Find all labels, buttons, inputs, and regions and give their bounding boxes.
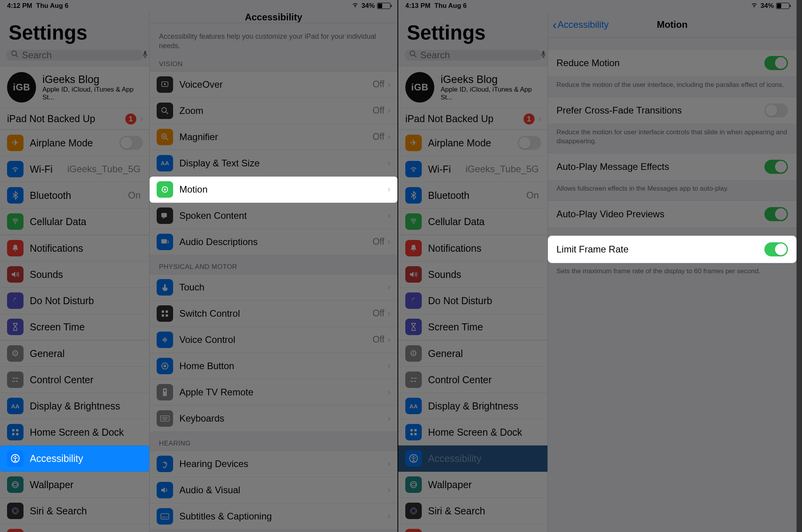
svg-point-13 xyxy=(14,456,16,457)
controlcenter-row[interactable]: Control Center xyxy=(398,367,547,393)
reduce-motion-label: Reduce Motion xyxy=(556,58,764,69)
svg-point-3 xyxy=(14,223,16,224)
dnd-row[interactable]: Do Not Disturb xyxy=(398,288,547,314)
voicecontrol-row[interactable]: Voice Control Off › xyxy=(150,327,397,353)
voiceover-icon xyxy=(157,76,173,93)
spoken-row[interactable]: Spoken Content › xyxy=(150,203,397,229)
status-battery-pct: 34% xyxy=(760,2,774,10)
displaytext-row[interactable]: AA Display & Text Size › xyxy=(150,150,397,177)
magnifier-row[interactable]: Magnifier Off › xyxy=(150,124,397,150)
crossfade-toggle[interactable] xyxy=(764,103,788,117)
msgfx-row[interactable]: Auto-Play Message Effects xyxy=(548,153,797,180)
profile-row[interactable]: iGB iGeeks Blog Apple ID, iCloud, iTunes… xyxy=(0,66,149,108)
airplane-mode-row[interactable]: ✈ Airplane Mode xyxy=(398,130,547,156)
cellular-row[interactable]: Cellular Data xyxy=(0,209,149,235)
homebutton-row[interactable]: Home Button › xyxy=(150,353,397,379)
wifi-row[interactable]: Wi-Fi iGeeks_Tube_5G xyxy=(0,156,149,182)
subtitles-row[interactable]: Subtitles & Captioning › xyxy=(150,503,397,530)
wifi-icon xyxy=(7,161,23,177)
svg-point-51 xyxy=(414,381,416,382)
wallpaper-row[interactable]: Wallpaper xyxy=(0,472,149,498)
svg-rect-10 xyxy=(12,433,14,435)
reduce-motion-toggle[interactable] xyxy=(764,56,788,70)
back-button[interactable]: ‹ Accessibility xyxy=(553,18,609,31)
search-input[interactable] xyxy=(22,50,139,61)
profile-row[interactable]: iGB iGeeks Blog Apple ID, iCloud, iTunes… xyxy=(398,66,547,108)
wallpaper-row[interactable]: Wallpaper xyxy=(398,472,547,498)
audiodesc-row[interactable]: Audio Descriptions Off › xyxy=(150,229,397,255)
detail-title: Accessibility xyxy=(245,12,302,23)
search-field[interactable] xyxy=(405,50,541,61)
homescreen-row[interactable]: Home Screen & Dock xyxy=(0,419,149,445)
dnd-row[interactable]: Do Not Disturb xyxy=(0,288,149,314)
audiovisual-row[interactable]: Audio & Visual › xyxy=(150,477,397,503)
audiodesc-label: Audio Descriptions xyxy=(179,236,372,247)
moon-icon xyxy=(7,292,23,309)
touchid-row[interactable]: Touch ID & Passcode xyxy=(0,524,149,532)
keyboards-row[interactable]: Keyboards › xyxy=(150,406,397,432)
ipad-not-backed-up-row[interactable]: iPad Not Backed Up 1 › xyxy=(0,108,149,130)
display-row[interactable]: AA Display & Brightness xyxy=(398,393,547,419)
airplane-mode-row[interactable]: ✈ Airplane Mode xyxy=(0,130,149,156)
crossfade-row[interactable]: Prefer Cross-Fade Transitions xyxy=(548,97,797,124)
ipad-not-backed-up-row[interactable]: iPad Not Backed Up 1 › xyxy=(398,108,547,130)
hearing-devices-row[interactable]: Hearing Devices › xyxy=(150,451,397,477)
voiceover-row[interactable]: VoiceOver Off › xyxy=(150,71,397,98)
grid-icon xyxy=(7,424,23,440)
motion-row[interactable]: Motion › xyxy=(150,177,397,203)
sounds-row[interactable]: Sounds xyxy=(398,261,547,288)
accessibility-row[interactable]: Accessibility xyxy=(0,445,149,472)
zoom-row[interactable]: Zoom Off › xyxy=(150,98,397,124)
accessibility-row[interactable]: Accessibility xyxy=(398,445,547,472)
chevron-right-icon: › xyxy=(388,237,390,247)
limit-frame-rate-row[interactable]: Limit Frame Rate xyxy=(548,236,797,263)
screentime-row[interactable]: Screen Time xyxy=(398,314,547,340)
controlcenter-row[interactable]: Control Center xyxy=(0,367,149,393)
bluetooth-row[interactable]: Bluetooth On xyxy=(398,182,547,209)
frame-rate-note: Sets the maximum frame rate of the displ… xyxy=(548,263,797,283)
airplane-toggle[interactable] xyxy=(518,136,541,150)
speaker-icon xyxy=(157,482,173,498)
backup-label: iPad Not Backed Up xyxy=(405,113,524,124)
spoken-icon xyxy=(157,207,173,224)
dnd-label: Do Not Disturb xyxy=(428,295,541,307)
svg-point-6 xyxy=(16,381,18,382)
homebutton-icon xyxy=(157,358,173,374)
battery-icon xyxy=(377,3,390,9)
appletvremote-row[interactable]: Apple TV Remote › xyxy=(150,379,397,406)
mic-icon[interactable] xyxy=(540,50,546,60)
reduce-motion-row[interactable]: Reduce Motion xyxy=(548,49,797,77)
search-field[interactable] xyxy=(6,50,143,61)
display-row[interactable]: AA Display & Brightness xyxy=(0,393,149,419)
zoom-value: Off xyxy=(372,105,384,116)
video-previews-toggle[interactable] xyxy=(764,207,788,221)
siri-row[interactable]: Siri & Search xyxy=(398,498,547,524)
homescreen-row[interactable]: Home Screen & Dock xyxy=(398,419,547,445)
controlcenter-icon xyxy=(7,371,23,388)
motion-icon xyxy=(157,181,173,198)
switchcontrol-icon xyxy=(157,305,173,322)
airplane-toggle[interactable] xyxy=(119,136,143,150)
moon-icon xyxy=(405,292,422,309)
notifications-row[interactable]: Notifications xyxy=(0,235,149,261)
general-row[interactable]: ⚙ General xyxy=(398,340,547,367)
msgfx-toggle[interactable] xyxy=(764,160,788,174)
fingerprint-icon xyxy=(7,529,23,532)
video-previews-row[interactable]: Auto-Play Video Previews xyxy=(548,200,797,228)
mic-icon[interactable] xyxy=(142,50,148,60)
wifi-row[interactable]: Wi-Fi iGeeks_Tube_5G xyxy=(398,156,547,182)
siri-row[interactable]: Siri & Search xyxy=(0,498,149,524)
touchid-row[interactable]: Touch ID & Passcode xyxy=(398,524,547,532)
search-input[interactable] xyxy=(420,50,537,61)
cellular-row[interactable]: Cellular Data xyxy=(398,209,547,235)
bluetooth-row[interactable]: Bluetooth On xyxy=(0,182,149,209)
touch-row[interactable]: Touch › xyxy=(150,274,397,301)
general-row[interactable]: ⚙ General xyxy=(0,340,149,367)
notifications-row[interactable]: Notifications xyxy=(398,235,547,261)
sounds-icon xyxy=(405,266,422,283)
svg-rect-55 xyxy=(410,433,413,435)
screentime-row[interactable]: Screen Time xyxy=(0,314,149,340)
sounds-row[interactable]: Sounds xyxy=(0,261,149,288)
frame-rate-toggle[interactable] xyxy=(764,242,788,256)
switchcontrol-row[interactable]: Switch Control Off › xyxy=(150,301,397,327)
